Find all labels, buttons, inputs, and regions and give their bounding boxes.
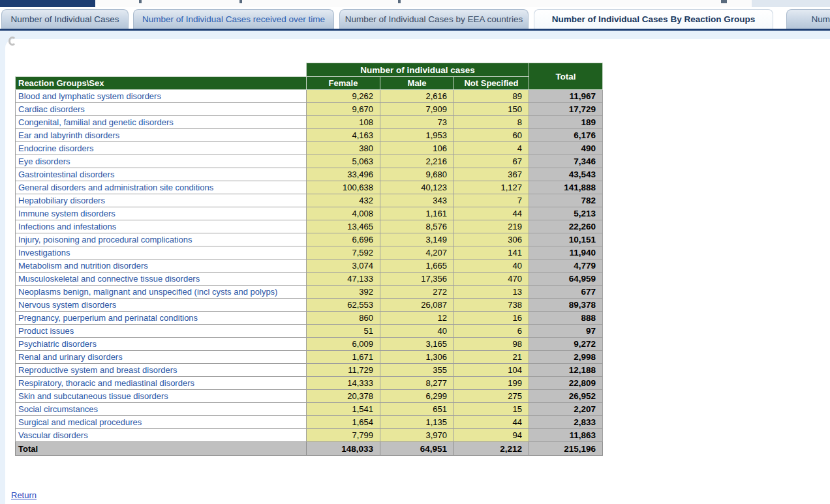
cell-total: 11,940 bbox=[529, 246, 603, 259]
table-row: Nervous system disorders62,55326,0877388… bbox=[16, 299, 603, 312]
row-header-reaction-groups-sex: Reaction Groups\Sex bbox=[16, 77, 307, 90]
reaction-group-label[interactable]: Metabolism and nutrition disorders bbox=[16, 259, 307, 273]
cell-male: 6,299 bbox=[380, 390, 454, 403]
cell-total: 5,213 bbox=[529, 207, 603, 220]
cell-female: 62,553 bbox=[307, 299, 380, 312]
column-header-not-specified: Not Specified bbox=[454, 77, 529, 90]
cell-not-specified: 199 bbox=[454, 377, 529, 390]
tab-bar: Number of Individual CasesNumber of Indi… bbox=[0, 7, 830, 29]
cell-not-specified: 21 bbox=[454, 351, 529, 364]
reaction-group-label[interactable]: Cardiac disorders bbox=[16, 103, 307, 116]
cell-not-specified: 4 bbox=[454, 142, 529, 155]
reaction-group-label[interactable]: General disorders and administration sit… bbox=[16, 181, 307, 194]
tab-number-of-individual-cases-by-reaction-groups[interactable]: Number of Individual Cases By Reaction G… bbox=[534, 9, 773, 29]
tab-number-of-individual-cases-by-eea-countries[interactable]: Number of Individual Cases by EEA countr… bbox=[339, 9, 529, 29]
cell-total: 97 bbox=[529, 325, 603, 338]
table-row: Cardiac disorders9,6707,90915017,729 bbox=[16, 103, 603, 116]
cell-total: 12,188 bbox=[529, 364, 603, 377]
reaction-group-label[interactable]: Nervous system disorders bbox=[16, 299, 307, 312]
cell-total: 43,543 bbox=[529, 168, 603, 181]
cell-male: 40 bbox=[380, 325, 454, 338]
cell-total: 2,833 bbox=[529, 416, 603, 429]
cell-female: 860 bbox=[307, 312, 380, 325]
reaction-group-label[interactable]: Blood and lymphatic system disorders bbox=[16, 90, 307, 103]
cropped-text-artifact bbox=[139, 0, 142, 3]
reaction-group-label[interactable]: Psychiatric disorders bbox=[16, 338, 307, 351]
reaction-group-label[interactable]: Eye disorders bbox=[16, 155, 307, 168]
cell-total: 2,207 bbox=[529, 403, 603, 416]
table-row: Metabolism and nutrition disorders3,0741… bbox=[16, 259, 603, 273]
table-header-row-columns: Reaction Groups\Sex Female Male Not Spec… bbox=[16, 77, 603, 90]
total-row-female: 148,033 bbox=[307, 442, 380, 456]
cell-total: 10,151 bbox=[529, 233, 603, 246]
cell-total: 490 bbox=[529, 142, 603, 155]
cell-total: 22,809 bbox=[529, 377, 603, 390]
tab-number-of[interactable]: Number of bbox=[786, 9, 830, 29]
cell-male: 651 bbox=[380, 403, 454, 416]
cell-male: 73 bbox=[380, 116, 454, 129]
cell-female: 108 bbox=[307, 116, 380, 129]
cell-not-specified: 104 bbox=[454, 364, 529, 377]
cell-female: 3,074 bbox=[307, 259, 380, 273]
cell-not-specified: 60 bbox=[454, 129, 529, 142]
cell-not-specified: 1,127 bbox=[454, 181, 529, 194]
reaction-group-label[interactable]: Investigations bbox=[16, 246, 307, 259]
cell-not-specified: 13 bbox=[454, 286, 529, 299]
cell-female: 7,592 bbox=[307, 246, 380, 259]
reaction-group-label[interactable]: Hepatobiliary disorders bbox=[16, 194, 307, 207]
table-row: Gastrointestinal disorders33,4969,680367… bbox=[16, 168, 603, 181]
cell-female: 392 bbox=[307, 286, 380, 299]
table-row: Surgical and medical procedures1,6541,13… bbox=[16, 416, 603, 429]
cell-total: 888 bbox=[529, 312, 603, 325]
tab-number-of-individual-cases-received-over-time[interactable]: Number of Individual Cases received over… bbox=[133, 9, 334, 29]
cell-not-specified: 67 bbox=[454, 155, 529, 168]
tab-number-of-individual-cases[interactable]: Number of Individual Cases bbox=[1, 9, 129, 29]
reaction-group-label[interactable]: Skin and subcutaneous tissue disorders bbox=[16, 390, 307, 403]
cell-not-specified: 44 bbox=[454, 207, 529, 220]
cell-not-specified: 98 bbox=[454, 338, 529, 351]
cell-female: 1,671 bbox=[307, 351, 380, 364]
table-header-row-group: Number of individual cases Total bbox=[16, 63, 603, 77]
cell-male: 3,149 bbox=[380, 233, 454, 246]
cell-total: 677 bbox=[529, 286, 603, 299]
table-row: Product issues5140697 bbox=[16, 325, 603, 338]
reaction-group-label[interactable]: Respiratory, thoracic and mediastinal di… bbox=[16, 377, 307, 390]
cell-not-specified: 16 bbox=[454, 312, 529, 325]
cell-male: 7,909 bbox=[380, 103, 454, 116]
cell-total: 64,959 bbox=[529, 273, 603, 286]
reaction-group-label[interactable]: Congenital, familial and genetic disorde… bbox=[16, 116, 307, 129]
total-row-male: 64,951 bbox=[380, 442, 454, 456]
reaction-group-label[interactable]: Endocrine disorders bbox=[16, 142, 307, 155]
reaction-group-label[interactable]: Social circumstances bbox=[16, 403, 307, 416]
cell-male: 2,216 bbox=[380, 155, 454, 168]
cell-male: 1,135 bbox=[380, 416, 454, 429]
reaction-group-label[interactable]: Product issues bbox=[16, 325, 307, 338]
cell-not-specified: 89 bbox=[454, 90, 529, 103]
table-row: Investigations7,5924,20714111,940 bbox=[16, 246, 603, 259]
reaction-group-label[interactable]: Injury, poisoning and procedural complic… bbox=[16, 233, 307, 246]
reaction-group-label[interactable]: Neoplasms benign, malignant and unspecif… bbox=[16, 286, 307, 299]
cell-female: 380 bbox=[307, 142, 380, 155]
reaction-group-label[interactable]: Musculoskeletal and connective tissue di… bbox=[16, 273, 307, 286]
cell-not-specified: 367 bbox=[454, 168, 529, 181]
reaction-groups-table: Number of individual cases Total Reactio… bbox=[15, 63, 603, 456]
cell-male: 1,665 bbox=[380, 259, 454, 273]
reaction-group-label[interactable]: Ear and labyrinth disorders bbox=[16, 129, 307, 142]
cell-female: 4,008 bbox=[307, 207, 380, 220]
cell-total: 89,378 bbox=[529, 299, 603, 312]
reaction-group-label[interactable]: Renal and urinary disorders bbox=[16, 351, 307, 364]
reaction-group-label[interactable]: Vascular disorders bbox=[16, 429, 307, 442]
cell-male: 1,161 bbox=[380, 207, 454, 220]
blank-header-cell bbox=[16, 63, 307, 77]
reaction-group-label[interactable]: Immune system disorders bbox=[16, 207, 307, 220]
return-link[interactable]: Return bbox=[11, 490, 37, 500]
cell-not-specified: 44 bbox=[454, 416, 529, 429]
reaction-group-label[interactable]: Surgical and medical procedures bbox=[16, 416, 307, 429]
reaction-group-label[interactable]: Pregnancy, puerperium and perinatal cond… bbox=[16, 312, 307, 325]
table-row: Pregnancy, puerperium and perinatal cond… bbox=[16, 312, 603, 325]
reaction-group-label[interactable]: Reproductive system and breast disorders bbox=[16, 364, 307, 377]
reaction-group-label[interactable]: Gastrointestinal disorders bbox=[16, 168, 307, 181]
reaction-group-label[interactable]: Infections and infestations bbox=[16, 220, 307, 233]
cell-female: 432 bbox=[307, 194, 380, 207]
table-row: Neoplasms benign, malignant and unspecif… bbox=[16, 286, 603, 299]
